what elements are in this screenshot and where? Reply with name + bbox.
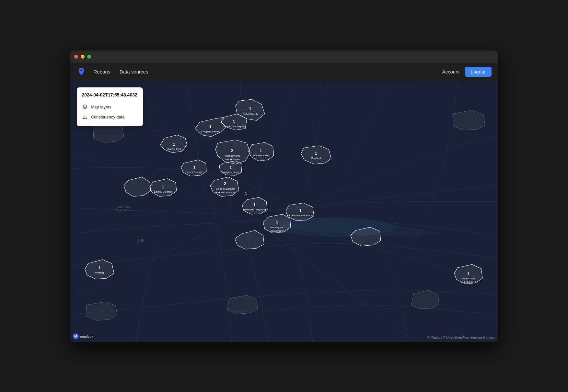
svg-text:1: 1 xyxy=(173,142,175,147)
svg-text:LHR: LHR xyxy=(137,239,144,242)
map-layers-label: Map layers xyxy=(91,105,112,109)
logout-button[interactable]: Logout xyxy=(465,67,492,77)
svg-text:Brent Central: Brent Central xyxy=(187,171,202,174)
svg-text:Walthamstow: Walthamstow xyxy=(253,154,269,157)
svg-text:1: 1 xyxy=(467,272,469,276)
nav-links: Reports Data sources xyxy=(90,67,442,76)
account-link[interactable]: Account xyxy=(442,69,459,74)
svg-text:1: 1 xyxy=(209,125,211,129)
svg-text:Wood Green: Wood Green xyxy=(225,158,239,161)
map-layers-item[interactable]: Map layers xyxy=(82,102,138,112)
svg-text:2: 2 xyxy=(231,148,234,153)
svg-text:Bromley and: Bromley and xyxy=(270,226,284,229)
minimize-button[interactable] xyxy=(81,55,85,59)
constituency-partial-sw xyxy=(86,302,117,320)
nav-right: Account Logout xyxy=(442,67,491,77)
nav-data-sources[interactable]: Data sources xyxy=(116,67,152,76)
svg-text:Chipping Barnet: Chipping Barnet xyxy=(201,130,220,133)
svg-text:Enfield North: Enfield North xyxy=(242,113,257,116)
layers-icon xyxy=(82,104,88,110)
map-attribution: © Mapbox © OpenStreetMap Improve this ma… xyxy=(427,336,495,339)
copyright-text: © Mapbox © OpenStreetMap xyxy=(427,336,469,339)
svg-text:1: 1 xyxy=(162,185,164,189)
svg-text:1: 1 xyxy=(233,119,235,124)
svg-text:1: 1 xyxy=(260,149,262,153)
svg-text:Hornsey and: Hornsey and xyxy=(225,154,239,157)
svg-text:1: 1 xyxy=(315,151,317,156)
svg-text:Cities of London: Cities of London xyxy=(216,187,235,190)
app-window: Reports Data sources Account Logout xyxy=(70,50,498,342)
svg-text:Harrow East: Harrow East xyxy=(167,148,181,151)
svg-text:1: 1 xyxy=(276,220,278,225)
svg-text:1: 1 xyxy=(249,106,251,111)
improve-map-link[interactable]: Improve this map xyxy=(470,336,495,339)
maximize-button[interactable] xyxy=(87,55,91,59)
mapbox-logo-text: mapbox xyxy=(80,334,94,338)
mapbox-logo-icon: M xyxy=(73,333,79,339)
svg-text:1: 1 xyxy=(299,208,301,213)
svg-text:1: 1 xyxy=(245,192,247,196)
close-button[interactable] xyxy=(74,55,78,59)
svg-text:and Mid Kent: and Mid Kent xyxy=(460,281,476,284)
map-container[interactable]: 1 Enfield North 1 Enfield, Southgate 1 C… xyxy=(70,81,498,342)
mapbox-logo: M mapbox xyxy=(73,333,94,339)
svg-text:Romford: Romford xyxy=(311,157,321,160)
constituency-partial-mid-s xyxy=(227,295,258,314)
svg-text:1: 1 xyxy=(253,203,255,207)
svg-text:Woking: Woking xyxy=(95,271,104,274)
constituency-data-item[interactable]: Constituency data xyxy=(82,112,138,122)
bar-chart-icon xyxy=(82,114,88,120)
nav-bar: Reports Data sources Account Logout xyxy=(70,63,498,81)
app-logo-icon xyxy=(77,67,86,76)
nav-reports[interactable]: Reports xyxy=(90,67,115,76)
svg-text:Lewisham, Deptford: Lewisham, Deptford xyxy=(243,208,266,211)
svg-text:Chislehurst: Chislehurst xyxy=(270,230,284,232)
svg-text:Enfield, Southgate: Enfield, Southgate xyxy=(223,125,245,128)
constituency-partial-se xyxy=(411,290,439,309)
svg-text:Old Bexley and Sidcup: Old Bexley and Sidcup xyxy=(287,214,313,217)
svg-text:1: 1 xyxy=(193,165,195,170)
constituency-data-label: Constituency data xyxy=(91,115,125,119)
svg-text:1: 1 xyxy=(98,266,100,270)
svg-text:Ealing, Southall: Ealing, Southall xyxy=(154,190,172,193)
svg-text:Islington North: Islington North xyxy=(222,171,239,174)
report-timestamp: 2024-04-02T17:55:48.403Z xyxy=(82,92,138,98)
svg-text:Regional Park: Regional Park xyxy=(115,209,132,212)
info-card: 2024-04-02T17:55:48.403Z Map layers xyxy=(77,87,143,127)
svg-text:1: 1 xyxy=(229,165,232,170)
svg-text:Colne Valley: Colne Valley xyxy=(116,206,131,208)
svg-text:and Westminster: and Westminster xyxy=(215,191,235,194)
svg-text:Faversham: Faversham xyxy=(461,277,474,280)
title-bar xyxy=(70,50,498,63)
svg-text:2: 2 xyxy=(224,181,226,186)
